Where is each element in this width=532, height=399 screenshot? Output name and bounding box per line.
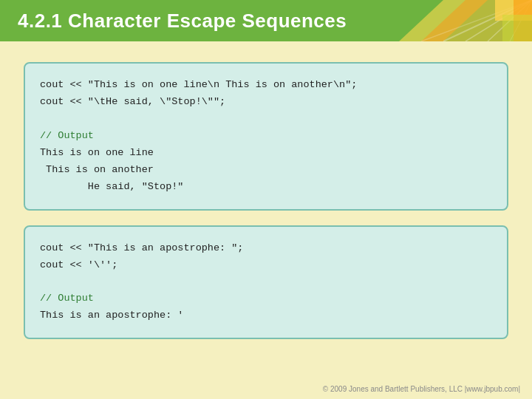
main-content: cout << "This is on one line\n This is o…	[0, 41, 532, 399]
code-comment-2: // Output	[40, 290, 492, 307]
page-header: 4.2.1 Character Escape Sequences	[0, 0, 532, 41]
code-output-4: This is an apostrophe: '	[40, 307, 492, 324]
page-title: 4.2.1 Character Escape Sequences	[18, 10, 347, 33]
corner-decoration	[399, 0, 532, 41]
svg-rect-10	[502, 15, 532, 41]
code-line-4: cout << '\'';	[40, 257, 492, 274]
footer-text: © 2009 Jones and Bartlett Publishers, LL…	[323, 385, 520, 393]
code-line-1: cout << "This is on one line\n This is o…	[40, 77, 492, 94]
code-output-2: This is on another	[40, 162, 492, 179]
code-output-3: He said, "Stop!"	[40, 179, 492, 196]
code-output-1: This is on one line	[40, 145, 492, 162]
code-line-2: cout << "\tHe said, \"Stop!\"";	[40, 94, 492, 111]
code-box-1: cout << "This is on one line\n This is o…	[24, 62, 508, 211]
code-line-3: cout << "This is an apostrophe: ";	[40, 240, 492, 257]
code-box-2: cout << "This is an apostrophe: "; cout …	[24, 225, 508, 340]
code-comment-1: // Output	[40, 128, 492, 145]
